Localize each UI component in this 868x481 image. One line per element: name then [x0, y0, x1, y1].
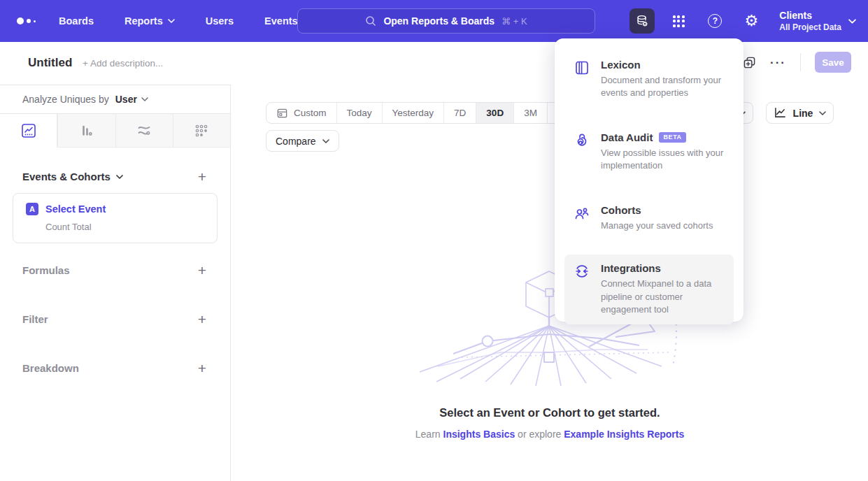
popover-item-title: Cohorts — [601, 204, 713, 216]
more-options-button[interactable]: ··· — [770, 57, 786, 69]
event-aggregation[interactable]: Count Total — [45, 222, 207, 232]
mixpanel-insights-report: Boards Reports Users Events Open Reports… — [0, 0, 868, 481]
beta-badge: BETA — [659, 132, 685, 143]
add-formula-button[interactable]: + — [198, 263, 206, 278]
range-label: Today — [347, 108, 372, 118]
subtext-prefix: Learn — [415, 429, 443, 440]
tab-flows[interactable] — [115, 114, 173, 148]
calendar-icon — [276, 107, 288, 119]
range-label: Yesterday — [392, 108, 434, 118]
empty-state-title: Select an Event or Cohort to get started… — [232, 406, 868, 419]
org-name: Clients — [779, 10, 841, 21]
range-label: 7D — [454, 108, 466, 118]
range-yesterday[interactable]: Yesterday — [382, 103, 444, 123]
nav-item-reports[interactable]: Reports — [124, 15, 175, 27]
popover-item-desc: Connect Mixpanel to a data pipeline or c… — [601, 278, 724, 316]
filter-section: Filter + — [0, 312, 230, 326]
add-breakdown-button[interactable]: + — [198, 361, 206, 375]
chevron-down-icon — [116, 175, 123, 179]
bar-chart-tab-icon — [79, 123, 94, 138]
tab-retention[interactable] — [173, 114, 230, 148]
breakdown-label: Breakdown — [22, 362, 79, 374]
event-series-badge: A — [26, 203, 38, 215]
insights-basics-link[interactable]: Insights Basics — [443, 429, 515, 440]
duplicate-button[interactable] — [743, 56, 756, 69]
users-icon — [574, 204, 590, 232]
popover-item-cohorts[interactable]: Cohorts Manage your saved cohorts — [564, 196, 734, 240]
popover-item-desc: View possible issues with your implement… — [601, 147, 724, 173]
range-3m[interactable]: 3M — [513, 103, 547, 123]
chevron-down-icon — [168, 19, 175, 23]
nav-menu: Boards Reports Users Events — [59, 15, 298, 27]
report-actions: ··· Save — [743, 52, 851, 73]
gear-icon: ⚙ — [744, 13, 758, 29]
chart-type-label: Line — [793, 108, 813, 119]
compare-dropdown[interactable]: Compare — [266, 130, 339, 152]
range-label: Custom — [294, 108, 327, 118]
select-event-button[interactable]: Select Event — [45, 203, 106, 215]
analyze-value-dropdown[interactable]: User — [115, 94, 137, 105]
popover-item-lexicon[interactable]: Lexicon Document and transform your even… — [564, 51, 734, 108]
data-management-button[interactable] — [629, 8, 655, 34]
search-shortcut: ⌘ + K — [501, 16, 527, 27]
nav-item-events[interactable]: Events — [264, 15, 298, 27]
range-custom[interactable]: Custom — [266, 103, 336, 123]
chevron-down-icon — [848, 19, 855, 23]
book-icon — [574, 59, 590, 100]
database-gear-icon — [635, 14, 649, 28]
range-7d[interactable]: 7D — [443, 103, 476, 123]
nav-item-label: Users — [206, 15, 234, 27]
example-reports-link[interactable]: Example Insights Reports — [564, 429, 684, 440]
range-today[interactable]: Today — [336, 103, 382, 123]
tab-bar-chart[interactable] — [57, 114, 115, 148]
popover-item-title: Integrations — [601, 262, 724, 274]
popover-item-title: Lexicon — [601, 59, 724, 71]
filter-label: Filter — [22, 313, 48, 325]
nav-item-users[interactable]: Users — [206, 15, 234, 27]
project-selector[interactable]: Clients All Project Data — [779, 10, 855, 32]
line-chart-icon — [774, 107, 787, 119]
mixpanel-logo-icon[interactable] — [17, 17, 36, 24]
nav-item-label: Boards — [59, 15, 94, 27]
popover-item-title: Data Audit — [601, 131, 653, 143]
popover-item-data-audit[interactable]: Data AuditBETA View possible issues with… — [564, 124, 734, 180]
add-event-button[interactable]: + — [198, 169, 206, 184]
chart-type-dropdown[interactable]: Line — [766, 102, 834, 124]
help-button[interactable]: ? — [702, 8, 727, 34]
add-filter-button[interactable]: + — [198, 312, 206, 326]
retention-tab-icon — [194, 123, 209, 138]
analyze-uniques-row: Analyze Uniques by User — [0, 85, 230, 114]
compare-label: Compare — [276, 136, 316, 147]
analyze-label: Analyze Uniques by — [22, 94, 109, 105]
data-management-popover: Lexicon Document and transform your even… — [555, 38, 744, 322]
events-cohorts-toggle[interactable]: Events & Cohorts — [22, 171, 123, 182]
formulas-section: Formulas + — [0, 263, 230, 277]
subtext-middle: or explore — [515, 429, 564, 440]
event-card[interactable]: A Select Event Count Total — [13, 193, 218, 243]
chevron-down-icon — [141, 97, 148, 101]
popover-item-desc: Manage your saved cohorts — [601, 220, 713, 232]
chevron-down-icon — [322, 139, 329, 143]
apps-grid-button[interactable] — [666, 8, 691, 34]
line-chart-tab-icon — [21, 123, 36, 138]
range-label: 30D — [486, 108, 504, 118]
report-canvas: Custom Today Yesterday 7D 30D 3M 6M Line… — [232, 85, 868, 481]
report-title[interactable]: Untitled — [28, 56, 72, 70]
top-nav: Boards Reports Users Events Open Reports… — [0, 0, 868, 42]
breakdown-section: Breakdown + — [0, 361, 230, 375]
grid-dots-icon — [673, 15, 685, 27]
date-range-control: Custom Today Yesterday 7D 30D 3M 6M — [266, 102, 581, 124]
tab-insights-line[interactable] — [0, 114, 57, 148]
save-button[interactable]: Save — [815, 52, 851, 73]
add-description-field[interactable]: + Add description... — [83, 58, 163, 69]
nav-item-boards[interactable]: Boards — [59, 15, 94, 27]
range-30d[interactable]: 30D — [476, 103, 513, 123]
global-search-input[interactable]: Open Reports & Boards ⌘ + K — [297, 8, 595, 34]
nav-item-label: Events — [264, 15, 298, 27]
flows-tab-icon — [136, 123, 152, 138]
settings-button[interactable]: ⚙ — [739, 8, 764, 34]
popover-item-integrations[interactable]: Integrations Connect Mixpanel to a data … — [564, 254, 734, 324]
nav-right-cluster: ? ⚙ Clients All Project Data — [629, 0, 855, 42]
events-cohorts-header: Events & Cohorts + — [0, 169, 230, 184]
formulas-label: Formulas — [22, 264, 70, 276]
